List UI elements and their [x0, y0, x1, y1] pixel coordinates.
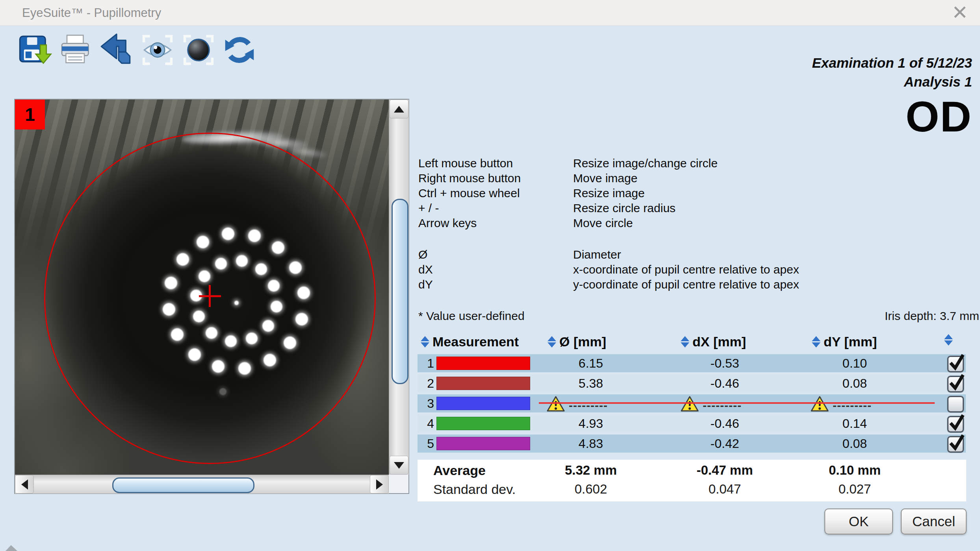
- led-dot: [219, 388, 226, 395]
- help-action: Move image: [573, 172, 637, 185]
- horizontal-scrollbar[interactable]: [15, 475, 389, 494]
- scroll-up-button[interactable]: [390, 100, 408, 118]
- close-icon[interactable]: ✕: [952, 1, 968, 24]
- vertical-scroll-thumb[interactable]: [392, 199, 408, 384]
- measurement-row[interactable]: 54.83-0.420.08: [418, 435, 966, 453]
- measurement-row[interactable]: 25.38-0.460.08: [418, 374, 966, 392]
- scroll-right-button[interactable]: [370, 475, 389, 494]
- check-mark-icon: [949, 372, 965, 390]
- led-dot: [238, 362, 251, 375]
- column-header-dx[interactable]: dX [mm]: [681, 334, 746, 349]
- measurement-color-bar: [436, 357, 530, 370]
- led-dot: [225, 335, 237, 347]
- dy-value: 0.08: [807, 374, 902, 392]
- include-checkbox[interactable]: [947, 396, 964, 412]
- dx-value: -0.42: [677, 435, 772, 453]
- led-dot: [206, 327, 217, 339]
- eye-icon: [140, 33, 175, 69]
- eye-image[interactable]: 1: [15, 100, 389, 475]
- sort-icon[interactable]: [421, 336, 429, 348]
- ok-button[interactable]: OK: [824, 508, 893, 534]
- include-checkbox[interactable]: [947, 376, 964, 392]
- exam-header: Examination 1 of 5/12/23 Analysis 1 OD: [812, 54, 972, 136]
- mouse-cursor-artifact: [6, 545, 17, 551]
- help-control: Right mouse button: [418, 172, 521, 185]
- eye-side-label: OD: [906, 97, 972, 136]
- measurement-row[interactable]: 16.15-0.530.10: [418, 354, 966, 372]
- notes-row: * Value user-defined Iris depth: 3.7 mm: [418, 309, 979, 324]
- sort-icon[interactable]: [681, 336, 689, 348]
- reset-button[interactable]: [222, 32, 257, 69]
- sort-icon[interactable]: [812, 336, 820, 348]
- average-dx: -0.47 mm: [677, 463, 772, 478]
- cancel-button[interactable]: Cancel: [901, 508, 967, 534]
- measurement-table: Measurement Ø [mm] dX [mm] dY [mm] 16.15…: [418, 333, 966, 455]
- sort-icon[interactable]: [944, 334, 953, 346]
- legend-symbol: Ø: [418, 248, 427, 261]
- iris-depth-value: Iris depth: 3.7 mm: [885, 309, 979, 323]
- mouse-help-block: Left mouse buttonResize image/change cir…: [418, 157, 970, 231]
- pupil-detect-button[interactable]: [181, 32, 216, 69]
- led-dot: [248, 229, 261, 242]
- led-dot: [295, 313, 308, 325]
- check-mark-icon: [949, 352, 965, 370]
- help-action: Resize image/change circle: [573, 157, 718, 170]
- stddev-dy: 0.027: [807, 482, 902, 497]
- toolbar: [17, 32, 257, 69]
- summary-panel: Average 5.32 mm -0.47 mm 0.10 mm Standar…: [418, 460, 966, 501]
- measurement-color-bar: [436, 437, 530, 450]
- horizontal-scroll-thumb[interactable]: [112, 477, 254, 493]
- include-checkbox[interactable]: [947, 356, 964, 372]
- include-checkbox[interactable]: [947, 416, 964, 433]
- row-number: 2: [418, 374, 434, 392]
- print-button[interactable]: [58, 32, 93, 69]
- led-dot: [212, 360, 225, 373]
- scroll-left-button[interactable]: [15, 475, 34, 494]
- column-header-measurement[interactable]: Measurement: [421, 334, 519, 349]
- analysis-label: Analysis 1: [904, 72, 972, 91]
- arrow-left-icon: [21, 479, 28, 490]
- window-title: EyeSuite™ - Pupillometry: [22, 6, 161, 20]
- average-label: Average: [433, 463, 486, 478]
- column-header-selected[interactable]: [944, 334, 953, 346]
- help-control: Ctrl + mouse wheel: [418, 187, 520, 200]
- help-control: Arrow keys: [418, 216, 477, 230]
- measurement-row[interactable]: 44.93-0.460.14: [418, 414, 966, 433]
- save-icon: [17, 33, 52, 69]
- measurement-color-cell: [436, 377, 530, 390]
- examination-label: Examination 1 of 5/12/23: [812, 54, 972, 72]
- image-number-badge: 1: [15, 100, 45, 129]
- dy-value: 0.10: [807, 354, 902, 372]
- printer-icon: [58, 33, 93, 69]
- table-body: 16.15-0.530.1025.38-0.460.083-----------…: [418, 354, 966, 453]
- header-label: Measurement: [432, 334, 519, 349]
- save-button[interactable]: [17, 32, 52, 69]
- legend-symbol: dY: [418, 278, 433, 291]
- row-number: 5: [418, 435, 434, 453]
- vertical-scrollbar[interactable]: [389, 100, 409, 475]
- include-checkbox[interactable]: [947, 436, 964, 453]
- pupil-center-crosshair: [209, 285, 211, 307]
- scroll-down-button[interactable]: [390, 456, 408, 475]
- led-dot: [199, 270, 210, 282]
- column-header-dy[interactable]: dY [mm]: [812, 334, 877, 349]
- warning-icon: [811, 396, 829, 412]
- help-action: Resize circle radius: [573, 202, 676, 215]
- header-label: Ø [mm]: [559, 334, 606, 349]
- led-dot: [188, 348, 201, 361]
- symbol-legend: ØDiameter dXx-coordinate of pupil centre…: [418, 248, 970, 293]
- help-control: + / -: [418, 202, 439, 215]
- measurement-row[interactable]: 3---------------------------: [418, 394, 966, 412]
- diameter-value: 5.38: [544, 374, 638, 392]
- column-header-diameter[interactable]: Ø [mm]: [548, 334, 606, 349]
- sort-icon[interactable]: [548, 336, 556, 348]
- check-mark-icon: [949, 412, 965, 430]
- eye-detect-button[interactable]: [140, 32, 175, 69]
- average-row: Average 5.32 mm -0.47 mm 0.10 mm: [418, 460, 966, 479]
- average-dy: 0.10 mm: [807, 463, 902, 478]
- arrow-right-icon: [376, 479, 383, 490]
- undo-button[interactable]: [99, 32, 134, 69]
- row-number: 4: [418, 414, 434, 433]
- measurement-color-bar: [436, 377, 530, 390]
- pupil-icon: [181, 33, 216, 69]
